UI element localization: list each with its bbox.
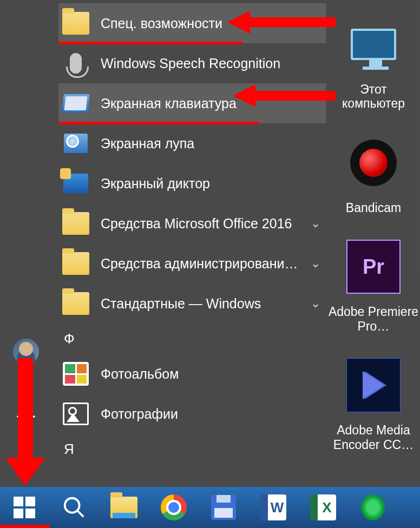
tile-label: Adobe Media Encoder CC…	[328, 423, 419, 452]
menu-item-label: Windows Speech Recognition	[101, 56, 280, 71]
gear-icon	[15, 405, 37, 428]
start-tiles: Этот компьютер Bandicam Pr Adobe Premier…	[328, 0, 420, 487]
chevron-down-icon: ⌄	[311, 296, 320, 311]
taskbar-search-button[interactable]	[53, 490, 95, 525]
folder-icon	[62, 212, 89, 235]
tile-bandicam[interactable]: Bandicam	[328, 128, 419, 215]
monitor-icon	[351, 29, 396, 60]
taskbar-opera[interactable]	[352, 490, 394, 525]
menu-item-office-tools-folder[interactable]: Средства Microsoft Office 2016 ⌄	[58, 203, 326, 243]
tile-premiere[interactable]: Pr Adobe Premiere Pro…	[328, 232, 419, 333]
floppy-icon	[211, 495, 236, 520]
menu-item-windows-accessories-folder[interactable]: Стандартные — Windows ⌄	[58, 283, 326, 324]
power-icon	[15, 454, 37, 477]
tile-this-pc[interactable]: Этот компьютер	[328, 10, 419, 111]
photos-icon	[63, 402, 89, 425]
menu-item-magnifier[interactable]: Экранная лупа	[58, 123, 326, 163]
magnifier-icon	[64, 134, 88, 153]
user-avatar[interactable]	[10, 335, 42, 368]
chevron-down-icon: ⌄	[311, 216, 320, 230]
taskbar-word[interactable]: W	[252, 490, 294, 525]
chrome-icon	[161, 494, 187, 520]
search-icon	[62, 495, 87, 520]
menu-item-label: Экранная лупа	[101, 136, 194, 151]
tile-media-encoder[interactable]: Adobe Media Encoder CC…	[328, 351, 419, 452]
avatar-icon	[13, 339, 39, 365]
bandicam-icon	[350, 140, 397, 186]
word-icon: W	[260, 494, 286, 520]
menu-item-onscreen-keyboard[interactable]: Экранная клавиатура	[58, 83, 326, 123]
taskbar-start-button[interactable]	[3, 490, 45, 525]
tile-label: Этот компьютер	[328, 82, 419, 111]
menu-item-label: Средства администрировани…	[101, 256, 298, 272]
menu-item-label: Средства Microsoft Office 2016	[101, 216, 292, 232]
start-menu: Спец. возможности Windows Speech Recogni…	[0, 0, 420, 487]
alpha-header-f[interactable]: Ф	[58, 324, 326, 354]
taskbar-chrome[interactable]	[153, 490, 195, 525]
narrator-icon	[63, 174, 88, 193]
power-button[interactable]	[10, 449, 42, 481]
folder-icon	[62, 12, 89, 35]
folder-icon	[62, 292, 89, 315]
alpha-header-ya[interactable]: Я	[58, 434, 326, 464]
svg-point-0	[23, 413, 29, 419]
menu-item-label: Стандартные — Windows	[101, 296, 261, 312]
file-explorer-icon	[110, 497, 137, 518]
settings-button[interactable]	[10, 400, 42, 433]
menu-item-label: Спец. возможности	[101, 16, 222, 31]
menu-item-label: Экранный диктор	[101, 176, 210, 192]
menu-item-photo-album[interactable]: Фотоальбом	[58, 354, 326, 394]
microphone-icon	[70, 53, 82, 74]
media-encoder-icon	[346, 358, 401, 412]
menu-item-admin-tools-folder[interactable]: Средства администрировани… ⌄	[58, 243, 326, 283]
tile-label: Adobe Premiere Pro…	[328, 305, 419, 333]
taskbar: W X	[0, 487, 420, 528]
tile-label: Bandicam	[328, 201, 419, 215]
menu-item-narrator[interactable]: Экранный диктор	[58, 163, 326, 203]
folder-icon	[62, 252, 89, 275]
menu-item-label: Фотографии	[101, 406, 178, 422]
alpha-header-label: Ф	[64, 331, 75, 347]
start-app-list: Спец. возможности Windows Speech Recogni…	[58, 3, 326, 464]
menu-item-speech-recognition[interactable]: Windows Speech Recognition	[58, 43, 326, 83]
svg-point-1	[65, 498, 80, 513]
photoalbum-icon	[63, 362, 89, 386]
taskbar-explorer[interactable]	[103, 490, 145, 525]
alpha-header-label: Я	[64, 441, 74, 458]
start-rail	[0, 0, 52, 487]
menu-item-label: Фотоальбом	[101, 366, 179, 382]
menu-item-photos[interactable]: Фотографии	[58, 394, 326, 434]
menu-item-label: Экранная клавиатура	[101, 96, 237, 111]
excel-icon: X	[310, 494, 336, 520]
windows-logo-icon	[14, 497, 35, 518]
chevron-down-icon: ⌄	[311, 256, 320, 270]
menu-item-accessibility-folder[interactable]: Спец. возможности	[58, 3, 326, 43]
premiere-icon: Pr	[346, 240, 401, 294]
taskbar-save-app[interactable]	[202, 490, 245, 525]
opera-icon	[361, 494, 385, 520]
taskbar-excel[interactable]: X	[302, 490, 344, 525]
keyboard-icon	[62, 94, 90, 113]
